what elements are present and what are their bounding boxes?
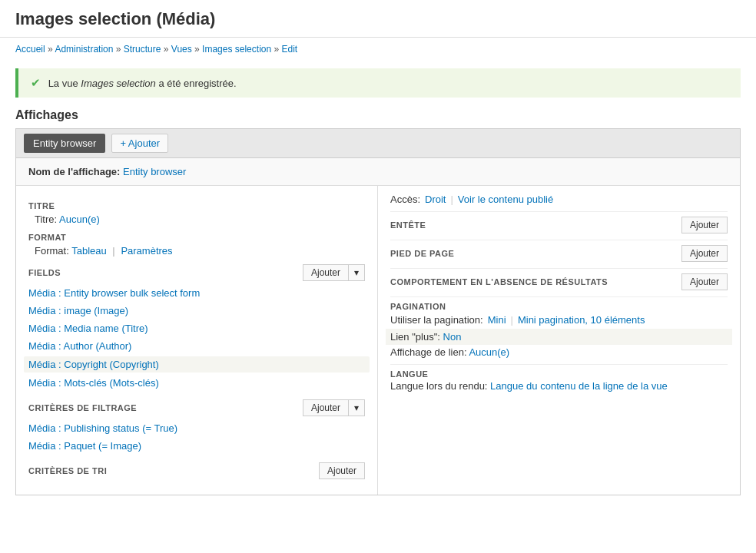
pagination-label: Utiliser la pagination:: [390, 314, 483, 326]
list-item: Média : Entity browser bulk select form: [28, 284, 365, 302]
entete-ajouter-button[interactable]: Ajouter: [681, 217, 728, 233]
breadcrumb-administration[interactable]: Administration: [55, 44, 113, 55]
affichage-row: Affichage de lien: Aucun(e): [390, 346, 728, 358]
langue-label: Langue lors du rendu:: [390, 380, 487, 392]
display-name-row: Nom de l'affichage: Entity browser: [16, 158, 740, 186]
list-item: Média : Mots-clés (Mots-clés): [28, 374, 365, 392]
acces-value-link[interactable]: Droit: [425, 194, 446, 205]
format-section: FORMAT Format: Tableau | Paramètres: [28, 233, 365, 257]
fields-ajouter-button[interactable]: Ajouter: [303, 264, 348, 281]
filtrage-section-header: CRITÈRES DE FILTRAGE Ajouter ▾: [28, 399, 365, 416]
tri-section-title: CRITÈRES DE TRI: [28, 466, 107, 475]
titre-section-title: TITRE: [28, 201, 365, 210]
check-icon: ✔: [31, 76, 41, 89]
field-item-0[interactable]: Média : Entity browser bulk select form: [28, 287, 200, 299]
langue-section: LANGUE Langue lors du rendu: Langue du c…: [390, 364, 728, 392]
pagination-section-header: PAGINATION: [390, 296, 728, 311]
filtrage-section: CRITÈRES DE FILTRAGE Ajouter ▾ Média : P…: [28, 399, 365, 455]
fields-section-header: FIELDS Ajouter ▾: [28, 264, 365, 281]
pied-ajouter-button[interactable]: Ajouter: [681, 245, 728, 262]
pagination-row: Utiliser la pagination: Mini | Mini pagi…: [390, 314, 728, 326]
list-item: Média : Copyright (Copyright): [24, 356, 370, 373]
pagination-title: PAGINATION: [390, 302, 446, 311]
field-item-2[interactable]: Média : Media name (Titre): [28, 323, 148, 334]
breadcrumb-edit[interactable]: Edit: [282, 44, 298, 55]
pied-section-header: PIED DE PAGE Ajouter: [390, 240, 728, 262]
langue-section-header: LANGUE: [390, 364, 728, 379]
tri-section: CRITÈRES DE TRI Ajouter: [28, 462, 365, 479]
breadcrumb: Accueil » Administration » Structure » V…: [0, 38, 756, 61]
lien-plus-row: Lien "plus": Non: [386, 329, 732, 345]
format-tableau-link[interactable]: Tableau: [71, 245, 107, 257]
acces-row: Accès: Droit | Voir le contenu publié: [390, 194, 728, 205]
breadcrumb-accueil[interactable]: Accueil: [15, 44, 45, 55]
field-item-4[interactable]: Média : Copyright (Copyright): [28, 359, 159, 370]
section-title: Affichages: [15, 108, 741, 122]
display-name-value[interactable]: Entity browser: [123, 166, 186, 177]
titre-link[interactable]: Aucun(e): [59, 214, 100, 225]
field-item-1[interactable]: Média : image (Image): [28, 305, 128, 316]
pagination-section: PAGINATION Utiliser la pagination: Mini …: [390, 296, 728, 358]
display-name-label: Nom de l'affichage:: [28, 166, 120, 177]
comportement-section-header: COMPORTEMENT EN L'ABSENCE DE RÉSULTATS A…: [390, 268, 728, 290]
fields-section: FIELDS Ajouter ▾ Média : Entity browser …: [28, 264, 365, 392]
affichage-value-link[interactable]: Aucun(e): [469, 346, 509, 358]
list-item: Média : Paquet (= Image): [28, 437, 365, 455]
list-item: Média : Author (Author): [28, 337, 365, 355]
fields-dropdown-button[interactable]: ▾: [348, 264, 365, 281]
format-value: Format: Tableau | Paramètres: [35, 245, 365, 257]
pagination-detail-link[interactable]: Mini pagination, 10 éléments: [518, 314, 645, 326]
langue-title: LANGUE: [390, 369, 428, 379]
affichage-label: Affichage de lien:: [390, 346, 467, 358]
right-column: Accès: Droit | Voir le contenu publié EN…: [378, 186, 740, 495]
list-item: Média : Publishing status (= True): [28, 419, 365, 437]
format-section-title: FORMAT: [28, 233, 365, 242]
titre-section: TITRE Titre: Aucun(e): [28, 201, 365, 225]
pied-section: PIED DE PAGE Ajouter: [390, 240, 728, 262]
breadcrumb-images-selection[interactable]: Images selection: [202, 44, 271, 55]
pied-title: PIED DE PAGE: [390, 249, 454, 258]
acces-voir-link[interactable]: Voir le contenu publié: [458, 194, 553, 205]
lien-value-link[interactable]: Non: [443, 331, 462, 343]
tabs-bar: Entity browser + Ajouter: [15, 128, 741, 157]
entete-section-header: ENTÊTE Ajouter: [390, 211, 728, 233]
two-column-layout: TITRE Titre: Aucun(e) FORMAT Format: Tab…: [16, 186, 740, 495]
titre-value: Titre: Aucun(e): [35, 214, 365, 225]
filtrage-item-1[interactable]: Média : Paquet (= Image): [28, 440, 141, 452]
fields-btn-group: Ajouter ▾: [303, 264, 365, 281]
fields-section-title: FIELDS: [28, 268, 61, 277]
breadcrumb-vues[interactable]: Vues: [171, 44, 192, 55]
filtrage-dropdown-button[interactable]: ▾: [348, 399, 365, 416]
main-content: Nom de l'affichage: Entity browser TITRE…: [15, 157, 741, 495]
page-title: Images selection (Média): [0, 0, 756, 38]
success-message: ✔ La vue Images selection a été enregist…: [15, 68, 741, 98]
tri-btn-group: Ajouter: [319, 462, 365, 479]
pagination-mini-link[interactable]: Mini: [488, 314, 506, 326]
format-parametres-link[interactable]: Paramètres: [121, 245, 172, 257]
list-item: Média : Media name (Titre): [28, 320, 365, 337]
filtrage-btn-group: Ajouter ▾: [303, 399, 365, 416]
list-item: Média : image (Image): [28, 302, 365, 320]
field-item-5[interactable]: Média : Mots-clés (Mots-clés): [28, 377, 159, 389]
tab-entity-browser[interactable]: Entity browser: [24, 134, 105, 153]
filtrage-section-title: CRITÈRES DE FILTRAGE: [28, 403, 137, 412]
comportement-ajouter-button[interactable]: Ajouter: [681, 273, 728, 290]
tri-ajouter-button[interactable]: Ajouter: [319, 462, 365, 479]
breadcrumb-structure[interactable]: Structure: [124, 44, 161, 55]
comportement-section: COMPORTEMENT EN L'ABSENCE DE RÉSULTATS A…: [390, 268, 728, 290]
left-column: TITRE Titre: Aucun(e) FORMAT Format: Tab…: [16, 186, 378, 495]
field-item-3[interactable]: Média : Author (Author): [28, 340, 131, 352]
tri-section-header: CRITÈRES DE TRI Ajouter: [28, 462, 365, 479]
lien-label: Lien "plus":: [390, 331, 440, 343]
entete-section: ENTÊTE Ajouter: [390, 211, 728, 233]
filtrage-ajouter-button[interactable]: Ajouter: [303, 399, 348, 416]
comportement-title: COMPORTEMENT EN L'ABSENCE DE RÉSULTATS: [390, 277, 608, 286]
langue-value-link[interactable]: Langue du contenu de la ligne de la vue: [490, 380, 668, 392]
tab-add-button[interactable]: + Ajouter: [111, 134, 168, 153]
entete-title: ENTÊTE: [390, 220, 426, 230]
langue-row: Langue lors du rendu: Langue du contenu …: [390, 380, 728, 392]
filtrage-item-0[interactable]: Média : Publishing status (= True): [28, 422, 177, 434]
acces-label: Accès:: [390, 194, 420, 205]
